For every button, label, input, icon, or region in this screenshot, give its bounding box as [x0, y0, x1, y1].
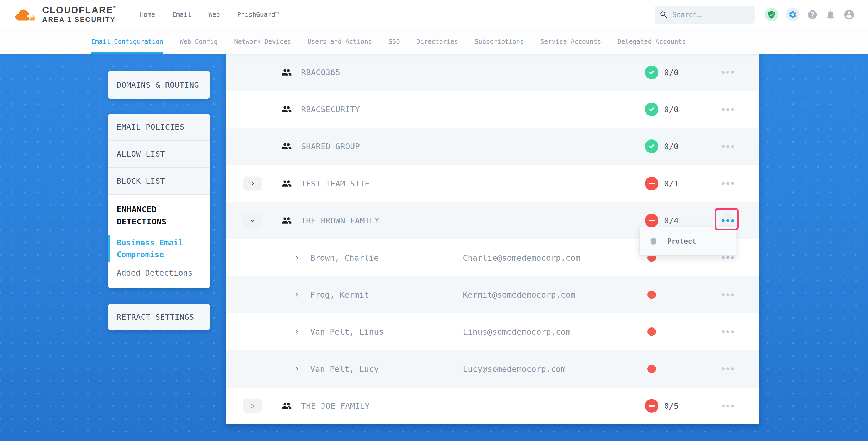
- row-menu-button[interactable]: [720, 101, 736, 117]
- sidebar-item-email-policies[interactable]: EMAIL POLICIES: [108, 114, 210, 140]
- member-name: Van Pelt, Linus: [310, 327, 384, 336]
- content-area: DOMAINS & ROUTING EMAIL POLICIES ALLOW L…: [0, 54, 868, 441]
- status-ok-badge: [645, 139, 658, 153]
- cloudflare-logo[interactable]: CLOUDFLARE® AREA 1 SECURITY: [12, 5, 117, 24]
- group-icon: [281, 67, 292, 77]
- status-alert-badge: [645, 177, 658, 190]
- nav-home[interactable]: Home: [140, 11, 155, 18]
- status-ok-badge: [645, 102, 658, 116]
- chevron-right-icon: [250, 403, 255, 408]
- table-row: SHARED_GROUP 0/0: [226, 128, 759, 165]
- brand-text: CLOUDFLARE® AREA 1 SECURITY: [42, 5, 117, 24]
- group-icon: [281, 401, 292, 411]
- protection-count: 0/4: [664, 216, 679, 225]
- sidebar-item-block-list[interactable]: BLOCK LIST: [108, 167, 210, 194]
- member-name: Van Pelt, Lucy: [310, 364, 379, 374]
- status-alert-badge: [645, 214, 658, 227]
- brand-name: CLOUDFLARE®: [42, 5, 117, 15]
- menu-item-protect[interactable]: Protect: [668, 237, 696, 245]
- tab-web-config[interactable]: Web Config: [180, 29, 218, 54]
- member-chevron-icon: [295, 367, 300, 371]
- account-icon[interactable]: [843, 9, 855, 21]
- sidebar-section-enhanced-detections: ENHANCED DETECTIONS Business Email Compr…: [108, 194, 210, 288]
- group-icon: [281, 141, 292, 152]
- status-ok-badge: [645, 66, 658, 79]
- tab-delegated-accounts[interactable]: Delegated Accounts: [618, 29, 686, 54]
- status-alert-dot: [647, 327, 656, 336]
- gear-icon[interactable]: [786, 8, 800, 22]
- table-row: RBACSECURITY 0/0: [226, 91, 759, 128]
- tab-subscriptions[interactable]: Subscriptions: [475, 29, 524, 54]
- tab-directories[interactable]: Directories: [416, 29, 458, 54]
- table-row: Van Pelt, Linus Linus@somedemocorp.com: [226, 313, 759, 350]
- sidebar-item-allow-list[interactable]: ALLOW LIST: [108, 140, 210, 167]
- member-chevron-icon: [295, 329, 300, 334]
- search-box[interactable]: [655, 5, 755, 24]
- member-email: Lucy@somedemocorp.com: [463, 364, 566, 374]
- row-menu-button[interactable]: [720, 176, 736, 191]
- search-icon: [659, 10, 668, 19]
- row-menu-button[interactable]: [720, 361, 736, 377]
- header-icons: [765, 8, 855, 22]
- group-name: THE JOE FAMILY: [301, 401, 370, 411]
- help-icon[interactable]: [807, 9, 818, 20]
- sidebar-card-retract-settings[interactable]: RETRACT SETTINGS: [108, 304, 210, 330]
- nav-phishguard[interactable]: PhishGuard™: [237, 11, 279, 18]
- tab-network-devices[interactable]: Network Devices: [234, 29, 291, 54]
- group-icon: [281, 178, 292, 189]
- sidebar-item-business-email-compromise[interactable]: Business Email Compromise: [108, 235, 210, 262]
- member-name: Frog, Kermit: [310, 290, 369, 300]
- shield-icon: [650, 237, 657, 246]
- row-menu-button[interactable]: [720, 324, 736, 340]
- sidebar-item-added-detections[interactable]: Added Detections: [108, 268, 210, 277]
- protection-count: 0/0: [664, 141, 679, 151]
- secondary-nav: Email Configuration Web Config Network D…: [0, 29, 868, 54]
- tab-service-accounts[interactable]: Service Accounts: [540, 29, 601, 54]
- search-input[interactable]: [672, 11, 750, 19]
- row-menu-button[interactable]: [720, 398, 736, 414]
- collapse-button[interactable]: [243, 214, 262, 228]
- sidebar-card-policies: EMAIL POLICIES ALLOW LIST BLOCK LIST ENH…: [108, 114, 210, 288]
- chevron-right-icon: [250, 181, 255, 186]
- enhanced-detections-title: ENHANCED DETECTIONS: [108, 203, 210, 228]
- expand-button[interactable]: [243, 399, 262, 413]
- status-alert-dot: [647, 290, 656, 299]
- highlight-annotation-box: [715, 208, 739, 230]
- table-row: TEST TEAM SITE 0/1: [226, 165, 759, 202]
- row-menu-button[interactable]: [720, 138, 736, 154]
- group-icon: [281, 215, 292, 226]
- header-nav: Home Email Web PhishGuard™: [140, 11, 279, 18]
- group-name: SHARED_GROUP: [301, 141, 360, 151]
- nav-web[interactable]: Web: [209, 11, 220, 18]
- sidebar-item-retract-settings[interactable]: RETRACT SETTINGS: [108, 313, 194, 321]
- group-name: RBACSECURITY: [301, 105, 360, 114]
- expand-button[interactable]: [243, 177, 262, 190]
- group-name: RBACO365: [301, 68, 340, 77]
- status-alert-dot: [647, 365, 656, 373]
- group-name: THE BROWN FAMILY: [301, 216, 379, 225]
- member-name: Brown, Charlie: [310, 253, 379, 262]
- table-row: Van Pelt, Lucy Lucy@somedemocorp.com: [226, 350, 759, 387]
- tab-email-configuration[interactable]: Email Configuration: [91, 29, 163, 54]
- row-menu-button[interactable]: [720, 64, 736, 80]
- protection-count: 0/5: [664, 401, 679, 411]
- verified-shield-icon[interactable]: [765, 8, 778, 22]
- sidebar-card-domains-routing[interactable]: DOMAINS & ROUTING: [108, 71, 210, 99]
- brand-subtitle: AREA 1 SECURITY: [42, 16, 117, 24]
- top-header: CLOUDFLARE® AREA 1 SECURITY Home Email W…: [0, 0, 868, 29]
- member-email: Kermit@somedemocorp.com: [463, 290, 575, 300]
- member-chevron-icon: [295, 292, 300, 297]
- status-alert-badge: [645, 399, 658, 413]
- group-icon: [281, 104, 292, 115]
- member-email: Linus@somedemocorp.com: [463, 327, 570, 336]
- sidebar-item-domains-routing[interactable]: DOMAINS & ROUTING: [108, 81, 199, 89]
- bell-icon[interactable]: [825, 9, 836, 20]
- table-row: THE JOE FAMILY 0/5: [226, 387, 759, 424]
- nav-email[interactable]: Email: [172, 11, 191, 18]
- tab-sso[interactable]: SSO: [389, 29, 400, 54]
- row-context-menu: Protect: [639, 227, 736, 256]
- row-menu-button[interactable]: [720, 287, 736, 303]
- member-email: Charlie@somedemocorp.com: [463, 253, 580, 262]
- table-row: Frog, Kermit Kermit@somedemocorp.com: [226, 276, 759, 313]
- tab-users-and-actions[interactable]: Users and Actions: [308, 29, 372, 54]
